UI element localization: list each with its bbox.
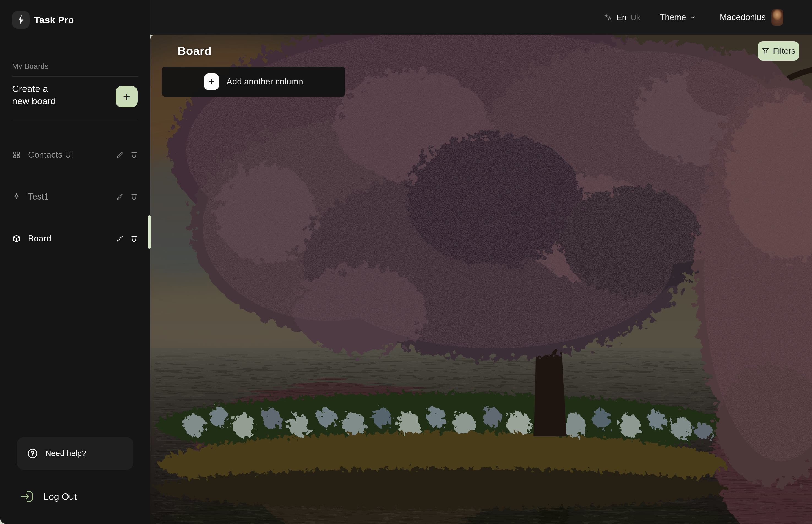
lang-uk[interactable]: Uk	[631, 13, 640, 22]
need-help-button[interactable]: Need help?	[17, 437, 133, 470]
create-board-label: Create a new board	[12, 83, 56, 107]
language-switcher: En Uk	[604, 13, 640, 22]
my-boards-label: My Boards	[12, 62, 49, 71]
user-avatar	[771, 9, 783, 26]
delete-board-button[interactable]	[130, 234, 138, 243]
divider	[12, 76, 138, 77]
username: Macedonius	[720, 12, 766, 22]
logout-icon	[19, 489, 35, 504]
sidebar: Task Pro My Boards Create a new board + …	[0, 0, 150, 524]
theme-label: Theme	[660, 12, 686, 22]
funnel-icon	[761, 47, 769, 55]
plus-icon: +	[123, 89, 130, 104]
cube-icon	[12, 234, 21, 243]
active-board-indicator	[148, 215, 151, 248]
background-image	[150, 35, 812, 524]
logout-button[interactable]: Log Out	[19, 488, 77, 505]
top-bar: En Uk Theme Macedonius	[150, 0, 812, 35]
help-circle-icon	[27, 448, 38, 459]
board-name: Board	[28, 234, 51, 244]
app-logo[interactable]: Task Pro	[12, 11, 74, 29]
filters-button[interactable]: Filters	[758, 41, 799, 61]
need-help-label: Need help?	[45, 449, 86, 458]
create-board-line1: Create a	[12, 83, 56, 95]
lang-en[interactable]: En	[617, 13, 626, 22]
delete-board-button[interactable]	[130, 151, 138, 159]
app-title: Task Pro	[34, 15, 74, 25]
theme-menu[interactable]: Theme	[660, 12, 696, 22]
sparkle-icon	[12, 192, 21, 201]
create-board-button[interactable]: +	[116, 86, 137, 107]
board-name: Test1	[28, 192, 49, 202]
edit-board-button[interactable]	[116, 234, 124, 243]
add-column-label: Add another column	[227, 77, 303, 87]
translate-icon	[604, 13, 613, 22]
sidebar-item-board[interactable]: Board	[12, 230, 138, 247]
edit-board-button[interactable]	[116, 151, 124, 159]
logout-label: Log Out	[44, 491, 77, 502]
sidebar-item-contacts-ui[interactable]: Contacts Ui	[12, 146, 138, 164]
divider	[12, 119, 138, 119]
board-name: Contacts Ui	[28, 150, 73, 160]
sidebar-item-test1[interactable]: Test1	[12, 188, 138, 206]
filters-label: Filters	[773, 46, 795, 55]
add-column-button[interactable]: + Add another column	[162, 67, 345, 97]
app-root: Task Pro My Boards Create a new board + …	[0, 0, 812, 524]
grid-icon	[12, 150, 21, 159]
edit-board-button[interactable]	[116, 193, 124, 201]
plus-icon: +	[204, 73, 219, 90]
lightning-icon	[12, 11, 30, 29]
page-title: Board	[178, 45, 212, 58]
delete-board-button[interactable]	[130, 193, 138, 201]
board-canvas: Board + Add another column Filters	[150, 35, 812, 524]
user-menu[interactable]: Macedonius	[720, 9, 783, 26]
create-board-line2: new board	[12, 95, 56, 107]
chevron-down-icon	[689, 14, 696, 21]
